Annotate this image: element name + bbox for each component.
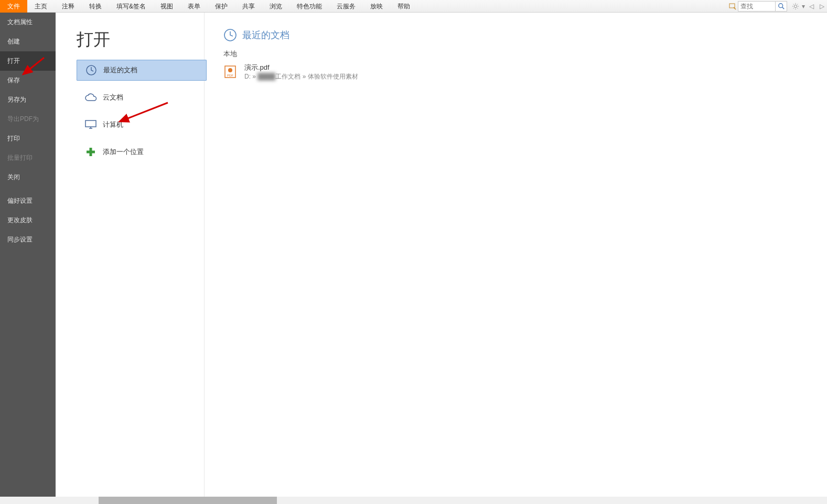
menu-tab-11[interactable]: 云服务: [329, 0, 363, 13]
horizontal-scrollbar[interactable]: [0, 497, 827, 504]
file-sidebar: 文档属性创建打开保存另存为导出PDF为打印批量打印关闭偏好设置更改皮肤同步设置: [0, 13, 56, 504]
location-label: 最近的文档: [103, 65, 137, 75]
menu-tab-6[interactable]: 表单: [180, 0, 208, 13]
next-icon[interactable]: ▷: [817, 1, 827, 12]
sidebar-item-4[interactable]: 另存为: [0, 90, 56, 109]
find-highlight-icon[interactable]: [727, 1, 738, 12]
open-locations-panel: 打开 最近的文档云文档计算机添加一个位置: [56, 13, 205, 504]
sidebar-item-1[interactable]: 创建: [0, 32, 56, 51]
top-menubar: 文件主页注释转换填写&签名视图表单保护共享浏览特色功能云服务放映帮助 ▾ ◁ ▷: [0, 0, 827, 13]
section-title: 最近的文档: [242, 29, 289, 41]
recent-file-row[interactable]: PDF演示.pdfD: » ████工作文档 » 体验软件使用素材: [223, 61, 827, 83]
menu-tab-3[interactable]: 转换: [82, 0, 109, 13]
location-computer[interactable]: 计算机: [77, 114, 207, 135]
computer-icon: [84, 118, 98, 132]
sidebar-item-5: 导出PDF为: [0, 109, 56, 129]
local-label: 本地: [223, 49, 827, 59]
menu-tab-12[interactable]: 放映: [363, 0, 390, 13]
sidebar-item-11[interactable]: 更改皮肤: [0, 211, 56, 230]
file-path: D: » ████工作文档 » 体验软件使用素材: [244, 72, 358, 81]
menu-tab-0[interactable]: 文件: [0, 0, 27, 13]
sidebar-item-3[interactable]: 保存: [0, 71, 56, 90]
menu-tab-1[interactable]: 主页: [27, 0, 55, 13]
svg-text:PDF: PDF: [227, 74, 233, 77]
clock-icon: [84, 63, 98, 77]
scrollbar-thumb[interactable]: [99, 497, 277, 504]
location-label: 云文档: [103, 93, 123, 102]
menu-tab-13[interactable]: 帮助: [390, 0, 417, 13]
svg-point-2: [794, 5, 797, 7]
prev-icon[interactable]: ◁: [806, 1, 817, 12]
search-button[interactable]: [775, 1, 787, 12]
location-cloud[interactable]: 云文档: [77, 87, 207, 108]
clock-icon: [223, 28, 237, 42]
gear-icon[interactable]: [790, 1, 801, 12]
location-clock[interactable]: 最近的文档: [77, 60, 207, 81]
svg-point-1: [778, 3, 782, 7]
file-name: 演示.pdf: [244, 63, 358, 72]
menu-tab-10[interactable]: 特色功能: [289, 0, 329, 13]
menu-tab-5[interactable]: 视图: [153, 0, 180, 13]
sidebar-item-0[interactable]: 文档属性: [0, 13, 56, 32]
location-plus[interactable]: 添加一个位置: [77, 141, 207, 162]
sidebar-item-10[interactable]: 偏好设置: [0, 191, 56, 211]
recent-files-panel: 最近的文档 本地 PDF演示.pdfD: » ████工作文档 » 体验软件使用…: [205, 13, 827, 504]
location-label: 添加一个位置: [103, 147, 144, 157]
svg-point-7: [228, 68, 232, 72]
sidebar-item-7: 批量打印: [0, 148, 56, 168]
svg-rect-4: [85, 120, 96, 127]
menu-tab-8[interactable]: 共享: [235, 0, 262, 13]
menu-tab-4[interactable]: 填写&签名: [109, 0, 153, 13]
menu-tab-7[interactable]: 保护: [208, 0, 235, 13]
menu-tab-9[interactable]: 浏览: [262, 0, 289, 13]
plus-icon: [84, 145, 98, 159]
location-label: 计算机: [103, 120, 123, 129]
sidebar-item-2[interactable]: 打开: [0, 51, 56, 71]
dropdown-icon[interactable]: ▾: [801, 1, 806, 12]
search-input[interactable]: [738, 2, 775, 11]
page-title: 打开: [77, 28, 204, 51]
sidebar-item-12[interactable]: 同步设置: [0, 230, 56, 249]
cloud-icon: [84, 91, 98, 104]
topbar-right-tools: ▾ ◁ ▷: [727, 0, 827, 13]
pdf-file-icon: PDF: [223, 65, 238, 80]
section-header: 最近的文档: [223, 28, 827, 42]
sidebar-item-6[interactable]: 打印: [0, 129, 56, 148]
search-box: [738, 1, 787, 12]
sidebar-item-8[interactable]: 关闭: [0, 168, 56, 187]
menu-tab-2[interactable]: 注释: [55, 0, 82, 13]
